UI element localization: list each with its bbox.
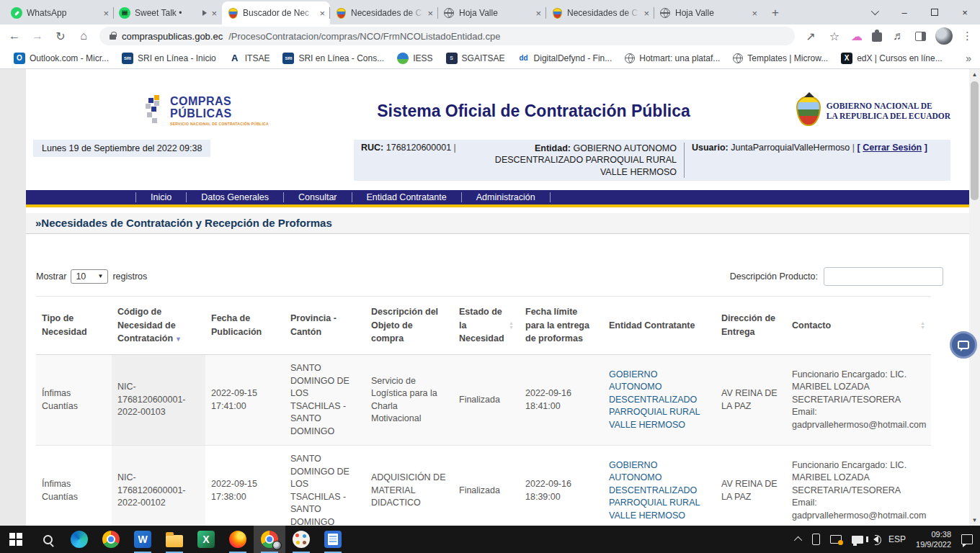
scrollbar-thumb[interactable] (971, 81, 979, 200)
close-icon[interactable]: × (103, 8, 109, 19)
share-icon[interactable]: ↗ (803, 30, 818, 43)
taskbar-firefox[interactable] (222, 526, 254, 553)
col-entidad-contratante[interactable]: Entidad Contratante (603, 296, 716, 354)
close-icon[interactable]: × (427, 8, 433, 19)
extensions-puzzle-icon[interactable] (872, 32, 882, 42)
tab-necesidades-2[interactable]: Necesidades de C × (546, 1, 654, 24)
bookmark-edx[interactable]: XedX | Cursos en líne... (836, 50, 948, 66)
bookmark-label: SRI en Línea - Cons... (298, 53, 384, 63)
taskbar-chrome-profile-active[interactable] (254, 526, 285, 553)
nav-item-administracion[interactable]: Administración (462, 192, 551, 202)
help-widget-button[interactable] (950, 331, 977, 359)
tab-necesidades-1[interactable]: Necesidades de C × (330, 1, 438, 24)
browser-menu-icon[interactable]: ⋮ (962, 30, 973, 42)
bookmark-sgaitsae[interactable]: SSGAITSAE (441, 50, 510, 66)
taskbar-word[interactable]: W (127, 526, 159, 553)
entity-link[interactable]: GOBIERNO AUTONOMO DESCENTRALIZADO PARROQ… (609, 369, 700, 430)
bookmark-hotmart[interactable]: Hotmart: una plataf... (620, 51, 725, 66)
edge-icon (71, 531, 88, 548)
close-icon[interactable]: × (319, 8, 325, 19)
taskbar-edge[interactable] (63, 526, 95, 553)
col-direccion-entrega[interactable]: Dirección de Entrega (716, 296, 786, 354)
profile-avatar[interactable] (935, 27, 953, 45)
nav-item-consultar[interactable]: Consultar (284, 192, 352, 202)
logout-link[interactable]: Cerrar Sesión (863, 143, 922, 153)
bookmark-sri-consultas[interactable]: SRISRI en Línea - Cons... (277, 50, 389, 66)
bookmarks-overflow-icon[interactable]: » (966, 53, 971, 64)
globe-icon (625, 53, 635, 63)
maximize-button[interactable] (919, 0, 950, 24)
col-descripcion-objeto[interactable]: Descripción del Objeto de compra (365, 296, 453, 354)
bookmark-label: Hotmart: una plataf... (639, 53, 720, 63)
taskbar-paint[interactable] (285, 526, 317, 553)
col-fecha-limite[interactable]: Fecha límite para la entrega de proforma… (520, 296, 603, 354)
scroll-down-icon[interactable]: ▼ (969, 515, 980, 526)
tab-buscador-active[interactable]: Buscador de Nec × (222, 1, 330, 24)
close-icon[interactable]: × (643, 8, 649, 19)
product-description-input[interactable] (824, 267, 943, 286)
nav-item-inicio[interactable]: Inicio (135, 192, 187, 202)
audio-playing-icon (202, 10, 207, 16)
bookmark-templates[interactable]: Templates | Microw... (728, 51, 833, 66)
clock[interactable]: 09:38 19/9/2022 (916, 529, 951, 550)
nav-item-datos-generales[interactable]: Datos Generales (187, 192, 284, 202)
taskbar-search-button[interactable] (32, 526, 63, 553)
tab-spotify[interactable]: Sweet Talk • × (114, 1, 222, 24)
tab-whatsapp[interactable]: WhatsApp × (6, 1, 114, 24)
col-tipo-necesidad[interactable]: Tipo de Necesidad (36, 296, 112, 354)
tab-search-button[interactable] (859, 0, 889, 24)
tab-hoja-valle-1[interactable]: Hoja Valle × (438, 1, 546, 24)
phone-link-icon[interactable] (812, 534, 820, 545)
bookmark-iess[interactable]: IESS (392, 50, 437, 66)
bookmark-outlook[interactable]: OOutlook.com - Micr... (9, 50, 114, 66)
bookmark-label: SRI en Línea - Inicio (138, 53, 216, 63)
col-provincia-canton[interactable]: Provincia - Cantón (285, 296, 365, 354)
close-icon[interactable]: × (752, 8, 757, 19)
screen-cast-icon[interactable] (830, 535, 842, 544)
cell-direccion: AV REINA DE LA PAZ (716, 355, 786, 446)
page-size-select[interactable]: 10 ▼ (71, 269, 108, 284)
bookmark-label: IESS (413, 53, 432, 63)
ecuador-coat-of-arms-icon (796, 96, 821, 126)
forward-button[interactable]: → (30, 30, 45, 42)
close-icon[interactable]: × (211, 8, 217, 19)
cell-codigo: NIC-1768120600001-2022-00102 (112, 446, 205, 526)
extension-cloud-icon[interactable]: ☁ (851, 30, 863, 43)
taskbar-excel[interactable]: X (190, 526, 222, 553)
volume-icon[interactable] (873, 536, 878, 543)
refresh-button[interactable]: ↻ (53, 30, 68, 43)
home-button[interactable]: ⌂ (76, 30, 91, 42)
bookmark-star-icon[interactable]: ☆ (827, 30, 842, 43)
tray-expand-icon[interactable] (794, 536, 802, 544)
col-contacto[interactable]: Contacto▲▼ (786, 296, 931, 354)
ecuador-crest-icon (228, 8, 238, 19)
nav-item-entidad-contratante[interactable]: Entidad Contratante (352, 192, 462, 202)
page-scrollbar[interactable]: ▲ ▼ (969, 69, 980, 526)
scroll-up-icon[interactable]: ▲ (969, 69, 980, 80)
taskbar-file-explorer[interactable] (159, 526, 190, 553)
network-icon[interactable] (852, 536, 863, 544)
action-center-icon[interactable] (961, 534, 973, 544)
window-close-button[interactable]: × (950, 0, 980, 24)
back-button[interactable]: ← (7, 30, 22, 42)
tab-hoja-valle-2[interactable]: Hoja Valle × (654, 1, 762, 24)
edx-icon: X (841, 53, 852, 64)
start-button[interactable] (0, 526, 32, 553)
language-indicator[interactable]: ESP (888, 534, 906, 544)
media-controls-icon[interactable]: ♬ (891, 30, 906, 42)
bookmark-digitaldefynd[interactable]: ddDigitalDefynd - Fin... (513, 50, 618, 66)
bookmark-sri-inicio[interactable]: SRISRI en Línea - Inicio (117, 50, 221, 66)
url-bar[interactable]: compraspublicas.gob.ec/ProcesoContrataci… (99, 27, 795, 45)
close-icon[interactable]: × (535, 8, 541, 19)
restore-icon (931, 9, 938, 16)
bookmark-itsae[interactable]: AITSAE (224, 50, 275, 66)
col-codigo[interactable]: Código de Necesidad de Contratación▼ (112, 296, 205, 354)
col-estado-necesidad[interactable]: Estado de la Necesidad▲▼ (453, 296, 520, 354)
col-fecha-publicacion[interactable]: Fecha de Publicación (205, 296, 285, 354)
side-panel-icon[interactable] (915, 32, 926, 41)
entity-link[interactable]: GOBIERNO AUTONOMO DESCENTRALIZADO PARROQ… (609, 460, 700, 521)
taskbar-document-app[interactable] (317, 526, 349, 553)
taskbar-chrome[interactable] (95, 526, 127, 553)
new-tab-button[interactable]: + (765, 3, 785, 23)
minimize-button[interactable]: – (889, 0, 919, 24)
